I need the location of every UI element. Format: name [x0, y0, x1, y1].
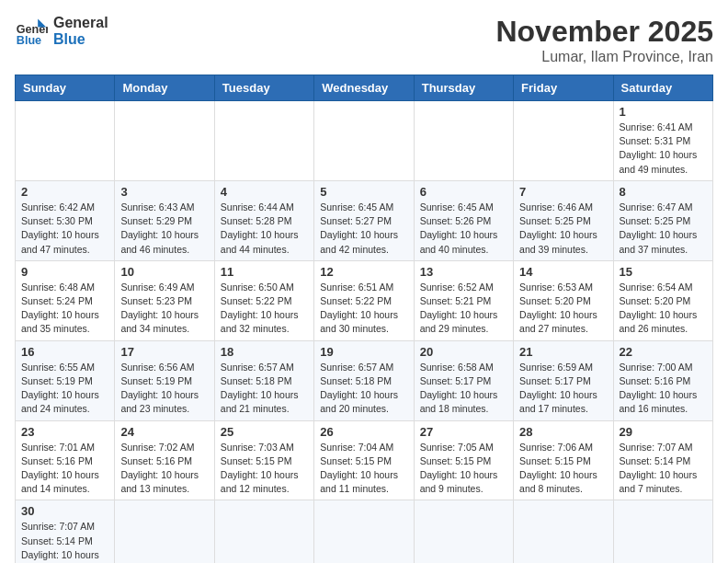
- calendar-cell: 29Sunrise: 7:07 AMSunset: 5:14 PMDayligh…: [613, 420, 712, 500]
- calendar-cell: 25Sunrise: 7:03 AMSunset: 5:15 PMDayligh…: [214, 420, 313, 500]
- weekday-header-thursday: Thursday: [414, 75, 513, 101]
- day-info: Sunrise: 7:04 AMSunset: 5:15 PMDaylight:…: [320, 441, 407, 497]
- day-info: Sunrise: 6:54 AMSunset: 5:20 PMDaylight:…: [620, 281, 707, 337]
- day-info: Sunrise: 6:45 AMSunset: 5:26 PMDaylight:…: [420, 201, 507, 257]
- calendar-cell: 6Sunrise: 6:45 AMSunset: 5:26 PMDaylight…: [414, 180, 513, 260]
- day-number: 11: [221, 265, 308, 279]
- day-number: 23: [21, 425, 108, 439]
- day-info: Sunrise: 7:02 AMSunset: 5:16 PMDaylight:…: [120, 441, 208, 497]
- page-header: General Blue General Blue November 2025 …: [15, 15, 713, 65]
- day-number: 26: [320, 425, 407, 439]
- day-info: Sunrise: 7:03 AMSunset: 5:15 PMDaylight:…: [221, 441, 308, 497]
- day-number: 12: [320, 265, 407, 279]
- day-info: Sunrise: 7:07 AMSunset: 5:14 PMDaylight:…: [21, 520, 108, 563]
- calendar-week-row: 9Sunrise: 6:48 AMSunset: 5:24 PMDaylight…: [16, 260, 713, 340]
- day-info: Sunrise: 6:53 AMSunset: 5:20 PMDaylight:…: [519, 281, 607, 337]
- calendar-cell: [214, 500, 313, 563]
- calendar-cell: 18Sunrise: 6:57 AMSunset: 5:18 PMDayligh…: [214, 340, 313, 420]
- calendar-cell: 12Sunrise: 6:51 AMSunset: 5:22 PMDayligh…: [314, 260, 414, 340]
- calendar-cell: 3Sunrise: 6:43 AMSunset: 5:29 PMDaylight…: [115, 180, 214, 260]
- calendar-cell: 23Sunrise: 7:01 AMSunset: 5:16 PMDayligh…: [16, 420, 115, 500]
- day-info: Sunrise: 6:47 AMSunset: 5:25 PMDaylight:…: [620, 201, 707, 257]
- day-info: Sunrise: 7:01 AMSunset: 5:16 PMDaylight:…: [21, 441, 108, 497]
- day-number: 8: [620, 185, 707, 199]
- day-number: 1: [620, 105, 707, 119]
- weekday-header-saturday: Saturday: [613, 75, 712, 101]
- calendar-cell: 21Sunrise: 6:59 AMSunset: 5:17 PMDayligh…: [514, 340, 613, 420]
- calendar-cell: [314, 101, 414, 181]
- calendar-cell: 22Sunrise: 7:00 AMSunset: 5:16 PMDayligh…: [613, 340, 712, 420]
- calendar-cell: [414, 101, 513, 181]
- calendar-cell: 17Sunrise: 6:56 AMSunset: 5:19 PMDayligh…: [115, 340, 214, 420]
- calendar-cell: 1Sunrise: 6:41 AMSunset: 5:31 PMDaylight…: [613, 101, 712, 181]
- day-number: 28: [519, 425, 607, 439]
- day-number: 20: [420, 345, 507, 359]
- day-number: 19: [320, 345, 407, 359]
- day-number: 4: [221, 185, 308, 199]
- calendar-cell: 9Sunrise: 6:48 AMSunset: 5:24 PMDaylight…: [16, 260, 115, 340]
- day-number: 13: [420, 265, 507, 279]
- calendar-cell: 19Sunrise: 6:57 AMSunset: 5:18 PMDayligh…: [314, 340, 414, 420]
- logo-line2: Blue: [53, 31, 108, 48]
- calendar-cell: 16Sunrise: 6:55 AMSunset: 5:19 PMDayligh…: [16, 340, 115, 420]
- day-number: 16: [21, 345, 108, 359]
- calendar-week-row: 23Sunrise: 7:01 AMSunset: 5:16 PMDayligh…: [16, 420, 713, 500]
- logo-line1: General: [53, 15, 108, 31]
- calendar-cell: 4Sunrise: 6:44 AMSunset: 5:28 PMDaylight…: [214, 180, 313, 260]
- svg-text:Blue: Blue: [17, 34, 41, 47]
- day-info: Sunrise: 6:42 AMSunset: 5:30 PMDaylight:…: [21, 201, 108, 257]
- day-number: 22: [620, 345, 707, 359]
- day-number: 24: [120, 425, 208, 439]
- day-info: Sunrise: 6:46 AMSunset: 5:25 PMDaylight:…: [519, 201, 607, 257]
- calendar-week-row: 2Sunrise: 6:42 AMSunset: 5:30 PMDaylight…: [16, 180, 713, 260]
- logo: General Blue General Blue: [15, 15, 108, 48]
- calendar-cell: 20Sunrise: 6:58 AMSunset: 5:17 PMDayligh…: [414, 340, 513, 420]
- day-info: Sunrise: 6:57 AMSunset: 5:18 PMDaylight:…: [320, 361, 407, 417]
- calendar-cell: [16, 101, 115, 181]
- day-info: Sunrise: 6:56 AMSunset: 5:19 PMDaylight:…: [120, 361, 208, 417]
- logo-icon: General Blue: [15, 15, 48, 48]
- calendar-week-row: 16Sunrise: 6:55 AMSunset: 5:19 PMDayligh…: [16, 340, 713, 420]
- day-info: Sunrise: 7:00 AMSunset: 5:16 PMDaylight:…: [620, 361, 707, 417]
- weekday-header-wednesday: Wednesday: [314, 75, 414, 101]
- calendar-cell: [214, 101, 313, 181]
- calendar-cell: 14Sunrise: 6:53 AMSunset: 5:20 PMDayligh…: [514, 260, 613, 340]
- calendar-cell: 30Sunrise: 7:07 AMSunset: 5:14 PMDayligh…: [16, 500, 115, 563]
- calendar-cell: [514, 101, 613, 181]
- calendar-cell: 8Sunrise: 6:47 AMSunset: 5:25 PMDaylight…: [613, 180, 712, 260]
- day-number: 25: [221, 425, 308, 439]
- calendar-cell: 10Sunrise: 6:49 AMSunset: 5:23 PMDayligh…: [115, 260, 214, 340]
- weekday-header-sunday: Sunday: [16, 75, 115, 101]
- calendar-cell: 5Sunrise: 6:45 AMSunset: 5:27 PMDaylight…: [314, 180, 414, 260]
- calendar-header-row: SundayMondayTuesdayWednesdayThursdayFrid…: [16, 75, 713, 101]
- calendar-cell: [514, 500, 613, 563]
- calendar-cell: 26Sunrise: 7:04 AMSunset: 5:15 PMDayligh…: [314, 420, 414, 500]
- day-number: 9: [21, 265, 108, 279]
- day-info: Sunrise: 6:44 AMSunset: 5:28 PMDaylight:…: [221, 201, 308, 257]
- weekday-header-tuesday: Tuesday: [214, 75, 313, 101]
- day-number: 21: [519, 345, 607, 359]
- day-number: 14: [519, 265, 607, 279]
- day-info: Sunrise: 7:07 AMSunset: 5:14 PMDaylight:…: [620, 441, 707, 497]
- calendar-week-row: 30Sunrise: 7:07 AMSunset: 5:14 PMDayligh…: [16, 500, 713, 563]
- day-info: Sunrise: 6:51 AMSunset: 5:22 PMDaylight:…: [320, 281, 407, 337]
- day-info: Sunrise: 6:59 AMSunset: 5:17 PMDaylight:…: [519, 361, 607, 417]
- day-info: Sunrise: 7:06 AMSunset: 5:15 PMDaylight:…: [519, 441, 607, 497]
- day-number: 27: [420, 425, 507, 439]
- day-number: 2: [21, 185, 108, 199]
- weekday-header-monday: Monday: [115, 75, 214, 101]
- calendar-cell: 27Sunrise: 7:05 AMSunset: 5:15 PMDayligh…: [414, 420, 513, 500]
- calendar-cell: 7Sunrise: 6:46 AMSunset: 5:25 PMDaylight…: [514, 180, 613, 260]
- calendar-cell: [314, 500, 414, 563]
- calendar-cell: [613, 500, 712, 563]
- day-info: Sunrise: 6:50 AMSunset: 5:22 PMDaylight:…: [221, 281, 308, 337]
- calendar-cell: 28Sunrise: 7:06 AMSunset: 5:15 PMDayligh…: [514, 420, 613, 500]
- day-number: 5: [320, 185, 407, 199]
- day-number: 30: [21, 504, 108, 518]
- calendar-cell: 2Sunrise: 6:42 AMSunset: 5:30 PMDaylight…: [16, 180, 115, 260]
- calendar-week-row: 1Sunrise: 6:41 AMSunset: 5:31 PMDaylight…: [16, 101, 713, 181]
- day-number: 18: [221, 345, 308, 359]
- day-number: 17: [120, 345, 208, 359]
- day-info: Sunrise: 6:55 AMSunset: 5:19 PMDaylight:…: [21, 361, 108, 417]
- day-info: Sunrise: 6:58 AMSunset: 5:17 PMDaylight:…: [420, 361, 507, 417]
